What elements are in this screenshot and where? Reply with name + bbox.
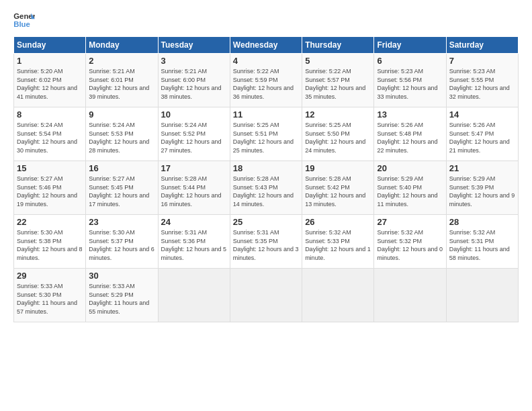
day-cell-12: 12 Sunrise: 5:25 AM Sunset: 5:50 PM Dayl…	[302, 107, 374, 161]
day-info: Sunrise: 5:27 AM Sunset: 5:46 PM Dayligh…	[17, 175, 83, 208]
logo-icon: General Blue	[13, 11, 35, 30]
day-info: Sunrise: 5:24 AM Sunset: 5:54 PM Dayligh…	[17, 121, 83, 154]
day-info: Sunrise: 5:30 AM Sunset: 5:38 PM Dayligh…	[17, 228, 83, 262]
day-cell-27: 27 Sunrise: 5:32 AM Sunset: 5:32 PM Dayl…	[374, 215, 446, 269]
day-number: 29	[17, 271, 83, 281]
day-cell-11: 11 Sunrise: 5:25 AM Sunset: 5:51 PM Dayl…	[230, 107, 302, 161]
day-info: Sunrise: 5:21 AM Sunset: 6:01 PM Dayligh…	[89, 67, 154, 101]
day-number: 11	[233, 109, 299, 120]
week-row-3: 15 Sunrise: 5:27 AM Sunset: 5:46 PM Dayl…	[14, 161, 519, 215]
day-info: Sunrise: 5:32 AM Sunset: 5:32 PM Dayligh…	[377, 228, 443, 262]
day-info: Sunrise: 5:28 AM Sunset: 5:44 PM Dayligh…	[161, 175, 227, 208]
week-row-5: 29 Sunrise: 5:33 AM Sunset: 5:30 PM Dayl…	[14, 269, 519, 322]
day-cell-17: 17 Sunrise: 5:28 AM Sunset: 5:44 PM Dayl…	[158, 161, 230, 215]
day-cell-19: 19 Sunrise: 5:28 AM Sunset: 5:42 PM Dayl…	[302, 161, 374, 215]
day-cell-29: 29 Sunrise: 5:33 AM Sunset: 5:30 PM Dayl…	[14, 269, 86, 322]
day-number: 6	[377, 56, 443, 66]
day-info: Sunrise: 5:28 AM Sunset: 5:43 PM Dayligh…	[233, 175, 299, 208]
day-number: 21	[449, 163, 515, 173]
calendar-table: Sunday Monday Tuesday Wednesday Thursday…	[13, 36, 519, 322]
day-cell-14: 14 Sunrise: 5:26 AM Sunset: 5:47 PM Dayl…	[446, 107, 518, 161]
day-info: Sunrise: 5:26 AM Sunset: 5:48 PM Dayligh…	[377, 121, 443, 154]
day-number: 2	[89, 56, 154, 66]
day-cell-9: 9 Sunrise: 5:24 AM Sunset: 5:53 PM Dayli…	[86, 107, 158, 161]
header-wednesday: Wednesday	[230, 37, 302, 54]
day-number: 14	[449, 109, 515, 120]
day-number: 13	[377, 109, 443, 120]
day-info: Sunrise: 5:25 AM Sunset: 5:51 PM Dayligh…	[233, 121, 299, 154]
day-info: Sunrise: 5:23 AM Sunset: 5:56 PM Dayligh…	[377, 67, 443, 101]
day-number: 3	[161, 56, 227, 66]
day-info: Sunrise: 5:28 AM Sunset: 5:42 PM Dayligh…	[305, 175, 371, 208]
day-cell-30: 30 Sunrise: 5:33 AM Sunset: 5:29 PM Dayl…	[86, 269, 158, 322]
day-number: 5	[305, 56, 371, 66]
header-friday: Friday	[374, 37, 446, 54]
day-info: Sunrise: 5:29 AM Sunset: 5:40 PM Dayligh…	[377, 175, 443, 208]
header-tuesday: Tuesday	[158, 37, 230, 54]
day-info: Sunrise: 5:21 AM Sunset: 6:00 PM Dayligh…	[161, 67, 227, 101]
day-number: 1	[17, 56, 83, 66]
day-cell-22: 22 Sunrise: 5:30 AM Sunset: 5:38 PM Dayl…	[14, 215, 86, 269]
day-cell-10: 10 Sunrise: 5:24 AM Sunset: 5:52 PM Dayl…	[158, 107, 230, 161]
empty-cell	[374, 269, 446, 322]
day-number: 10	[161, 109, 227, 120]
day-info: Sunrise: 5:33 AM Sunset: 5:29 PM Dayligh…	[89, 282, 154, 316]
week-row-2: 8 Sunrise: 5:24 AM Sunset: 5:54 PM Dayli…	[14, 107, 519, 161]
day-cell-2: 2 Sunrise: 5:21 AM Sunset: 6:01 PM Dayli…	[86, 54, 158, 107]
week-row-4: 22 Sunrise: 5:30 AM Sunset: 5:38 PM Dayl…	[14, 215, 519, 269]
day-cell-18: 18 Sunrise: 5:28 AM Sunset: 5:43 PM Dayl…	[230, 161, 302, 215]
day-cell-23: 23 Sunrise: 5:30 AM Sunset: 5:37 PM Dayl…	[86, 215, 158, 269]
day-info: Sunrise: 5:26 AM Sunset: 5:47 PM Dayligh…	[449, 121, 515, 154]
day-cell-6: 6 Sunrise: 5:23 AM Sunset: 5:56 PM Dayli…	[374, 54, 446, 107]
day-info: Sunrise: 5:27 AM Sunset: 5:45 PM Dayligh…	[89, 175, 154, 208]
day-info: Sunrise: 5:32 AM Sunset: 5:33 PM Dayligh…	[305, 228, 371, 262]
day-number: 28	[449, 217, 515, 227]
empty-cell	[230, 269, 302, 322]
empty-cell	[302, 269, 374, 322]
day-number: 7	[449, 56, 515, 66]
day-info: Sunrise: 5:31 AM Sunset: 5:36 PM Dayligh…	[161, 228, 227, 262]
day-cell-5: 5 Sunrise: 5:22 AM Sunset: 5:57 PM Dayli…	[302, 54, 374, 107]
day-cell-28: 28 Sunrise: 5:32 AM Sunset: 5:31 PM Dayl…	[446, 215, 518, 269]
empty-cell	[446, 269, 518, 322]
day-info: Sunrise: 5:23 AM Sunset: 5:55 PM Dayligh…	[449, 67, 515, 101]
day-info: Sunrise: 5:20 AM Sunset: 6:02 PM Dayligh…	[17, 67, 83, 101]
header-sunday: Sunday	[14, 37, 86, 54]
empty-cell	[158, 269, 230, 322]
day-info: Sunrise: 5:24 AM Sunset: 5:52 PM Dayligh…	[161, 121, 227, 154]
day-cell-13: 13 Sunrise: 5:26 AM Sunset: 5:48 PM Dayl…	[374, 107, 446, 161]
day-number: 25	[233, 217, 299, 227]
day-info: Sunrise: 5:25 AM Sunset: 5:50 PM Dayligh…	[305, 121, 371, 154]
day-cell-16: 16 Sunrise: 5:27 AM Sunset: 5:45 PM Dayl…	[86, 161, 158, 215]
day-info: Sunrise: 5:33 AM Sunset: 5:30 PM Dayligh…	[17, 282, 83, 316]
day-number: 26	[305, 217, 371, 227]
day-number: 20	[377, 163, 443, 173]
day-cell-7: 7 Sunrise: 5:23 AM Sunset: 5:55 PM Dayli…	[446, 54, 518, 107]
day-info: Sunrise: 5:32 AM Sunset: 5:31 PM Dayligh…	[449, 228, 515, 262]
week-row-1: 1 Sunrise: 5:20 AM Sunset: 6:02 PM Dayli…	[14, 54, 519, 107]
day-info: Sunrise: 5:29 AM Sunset: 5:39 PM Dayligh…	[449, 175, 515, 208]
day-number: 23	[89, 217, 154, 227]
calendar-page: General Blue Sunday Monday Tuesday Wedne…	[0, 0, 532, 411]
day-cell-24: 24 Sunrise: 5:31 AM Sunset: 5:36 PM Dayl…	[158, 215, 230, 269]
day-cell-20: 20 Sunrise: 5:29 AM Sunset: 5:40 PM Dayl…	[374, 161, 446, 215]
day-cell-3: 3 Sunrise: 5:21 AM Sunset: 6:00 PM Dayli…	[158, 54, 230, 107]
day-number: 15	[17, 163, 83, 173]
day-cell-1: 1 Sunrise: 5:20 AM Sunset: 6:02 PM Dayli…	[14, 54, 86, 107]
day-cell-15: 15 Sunrise: 5:27 AM Sunset: 5:46 PM Dayl…	[14, 161, 86, 215]
day-number: 27	[377, 217, 443, 227]
day-cell-26: 26 Sunrise: 5:32 AM Sunset: 5:33 PM Dayl…	[302, 215, 374, 269]
page-header: General Blue	[13, 11, 519, 30]
day-info: Sunrise: 5:22 AM Sunset: 5:57 PM Dayligh…	[305, 67, 371, 101]
weekday-header-row: Sunday Monday Tuesday Wednesday Thursday…	[14, 37, 519, 54]
day-number: 8	[17, 109, 83, 120]
header-saturday: Saturday	[446, 37, 518, 54]
day-cell-25: 25 Sunrise: 5:31 AM Sunset: 5:35 PM Dayl…	[230, 215, 302, 269]
header-thursday: Thursday	[302, 37, 374, 54]
day-number: 18	[233, 163, 299, 173]
day-number: 24	[161, 217, 227, 227]
day-cell-4: 4 Sunrise: 5:22 AM Sunset: 5:59 PM Dayli…	[230, 54, 302, 107]
day-number: 16	[89, 163, 154, 173]
day-number: 12	[305, 109, 371, 120]
day-info: Sunrise: 5:24 AM Sunset: 5:53 PM Dayligh…	[89, 121, 154, 154]
